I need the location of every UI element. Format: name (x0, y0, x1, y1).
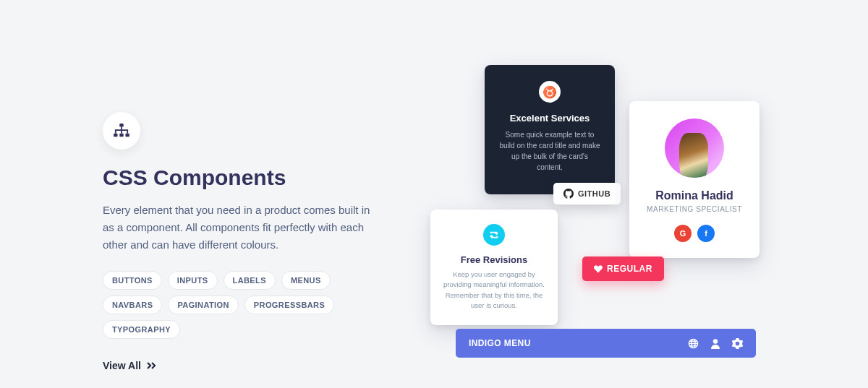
pill-pagination[interactable]: PAGINATION (168, 296, 238, 314)
svg-point-11 (713, 339, 718, 343)
regular-button-label: REGULAR (607, 264, 652, 274)
github-button-label: GITHUB (578, 189, 610, 198)
svg-rect-1 (114, 134, 117, 137)
pill-menus[interactable]: MENUS (281, 271, 331, 290)
pill-labels[interactable]: LABELS (224, 271, 276, 290)
revisions-card: Free Revisions Keep you user engaged by … (430, 210, 558, 325)
heart-icon (594, 265, 603, 273)
github-icon (563, 189, 574, 199)
revisions-title: Free Revisions (442, 254, 546, 265)
menu-bar-label: INDIGO MENU (469, 338, 531, 348)
view-all-label: View All (103, 360, 141, 371)
dark-card-body: Some quick example text to build on the … (498, 129, 602, 173)
svg-rect-8 (127, 130, 128, 134)
indigo-menu-bar[interactable]: INDIGO MENU (456, 329, 756, 358)
menu-bar-icons (688, 338, 743, 349)
gear-icon[interactable] (732, 338, 743, 349)
github-button[interactable]: GITHUB (553, 183, 621, 204)
user-icon[interactable] (710, 338, 720, 349)
view-all-link[interactable]: View All (103, 360, 157, 371)
facebook-icon[interactable]: f (697, 225, 715, 242)
left-column: CSS Components Every element that you ne… (103, 112, 378, 372)
pill-typography[interactable]: TYPOGRAPHY (103, 320, 180, 339)
section-heading: CSS Components (103, 165, 378, 190)
svg-rect-2 (119, 134, 123, 137)
avatar (665, 118, 724, 178)
globe-icon[interactable] (688, 338, 699, 349)
profile-card: Romina Hadid MARKETING SPECIALIST G f (629, 101, 760, 258)
regular-button[interactable]: REGULAR (582, 256, 664, 281)
svg-rect-6 (115, 130, 116, 134)
pill-inputs[interactable]: INPUTS (168, 271, 218, 290)
svg-rect-3 (125, 134, 129, 137)
chevron-double-right-icon (147, 362, 157, 369)
dark-card-title: Excelent Services (498, 113, 602, 124)
pill-progressbars[interactable]: PROGRESSBARS (244, 296, 334, 314)
google-icon[interactable]: G (674, 225, 692, 242)
sitemap-icon (103, 112, 140, 150)
svg-rect-0 (119, 124, 123, 127)
pill-list: BUTTONS INPUTS LABELS MENUS NAVBARS PAGI… (103, 271, 378, 339)
revisions-body: Keep you user engaged by providing meani… (442, 270, 546, 311)
loop-icon (483, 224, 505, 246)
social-links: G f (639, 225, 749, 242)
collage-area: ♉ Excelent Services Some quick example t… (427, 58, 832, 368)
section-description: Every element that you need in a product… (103, 202, 378, 254)
taurus-icon: ♉ (539, 81, 561, 103)
pill-buttons[interactable]: BUTTONS (103, 271, 162, 290)
profile-name: Romina Hadid (639, 189, 749, 202)
pill-navbars[interactable]: NAVBARS (103, 296, 162, 314)
profile-role: MARKETING SPECIALIST (639, 205, 749, 213)
dark-service-card: ♉ Excelent Services Some quick example t… (485, 65, 615, 194)
svg-rect-7 (121, 130, 122, 134)
